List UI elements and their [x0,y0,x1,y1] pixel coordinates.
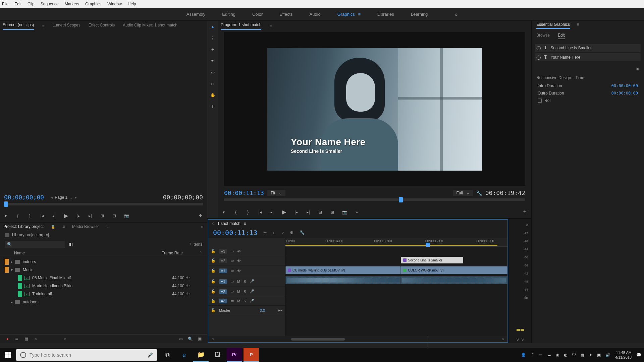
source-page-dropdown-icon[interactable]: ⌄ [69,195,73,200]
tray-chevron-icon[interactable]: ⌃ [531,353,534,357]
ws-effects[interactable]: Effects [279,12,293,17]
eye-icon[interactable]: ◯ [536,46,541,50]
tab-audio-mixer[interactable]: Audio Clip Mixer: 1 shot match [123,23,177,29]
menu-edit[interactable]: Edit [14,2,21,6]
voice-icon[interactable]: 🎤 [250,279,254,284]
intro-duration-value[interactable]: 00:00:00:00 [611,83,638,88]
program-scrubber[interactable] [224,198,525,205]
go-out-icon[interactable]: ▸| [305,209,311,215]
program-add-button-icon[interactable]: + [523,208,527,216]
insert-icon[interactable]: ⊞ [99,213,105,219]
expand-icon[interactable]: ▸ [11,300,15,304]
people-icon[interactable]: 👤 [521,353,526,357]
vertical-type-tool-icon[interactable]: ⋮ [209,35,216,42]
marker-icon[interactable]: ▾ [221,209,227,215]
eg-subtab-edit[interactable]: Edit [558,33,565,39]
menu-clip[interactable]: Clip [28,2,35,6]
play-icon[interactable]: ▶ [63,213,69,219]
lock-icon[interactable]: 🔓 [211,289,216,294]
solo-right[interactable]: S [522,338,524,341]
program-overflow-icon[interactable]: » [354,209,360,215]
icon-view-icon[interactable]: ▦ [23,337,29,341]
voice-icon[interactable]: 🎤 [250,289,254,294]
program-monitor-view[interactable]: Your Name Here Second Line is Smaller [224,32,525,186]
lock-icon[interactable]: 🔓 [211,299,216,303]
wrench-icon[interactable]: 🔧 [300,230,305,235]
clip-audio-a[interactable] [285,276,401,284]
expand-icon[interactable]: ▾ [11,267,15,272]
track-label[interactable]: A2 [219,289,227,294]
project-overflow-icon[interactable]: » [201,224,204,229]
track-master-header[interactable]: 🔓Master0.0▸◂ [208,306,285,315]
project-lock-icon[interactable]: 🔒 [51,225,55,229]
taskbar-search[interactable]: 🎤 [16,349,157,361]
voice-icon[interactable]: 🎤 [250,299,254,303]
lock-icon[interactable]: 🔓 [211,279,216,284]
onedrive-icon[interactable]: ☁ [547,353,551,357]
menu-window[interactable]: Window [107,2,122,6]
track-label[interactable]: V1 [219,268,227,273]
eg-subtab-browse[interactable]: Browse [536,33,550,39]
settings-icon[interactable]: ⚙ [290,230,293,235]
battery-icon[interactable]: ▭ [539,353,542,357]
ws-audio[interactable]: Audio [310,12,321,17]
ws-color[interactable]: Color [252,12,263,17]
taskbar-clock[interactable]: 11:45 AM 4/11/2018 [615,350,632,360]
source-panel-menu-icon[interactable]: ≡ [42,24,44,28]
project-writable-icon[interactable]: ● [5,337,10,341]
project-row-audio-1[interactable]: ♪ 05 Music Final Mix.aif 44,100 Hz [0,274,207,282]
sync-lock-icon[interactable]: ▭ [230,289,234,294]
outro-duration-value[interactable]: 00:00:00:00 [611,91,638,96]
clip-graphic[interactable]: Second Line is Smaller [401,257,463,263]
linked-sel-icon[interactable]: ∩ [273,230,276,235]
premiere-icon[interactable]: Pr [227,348,242,362]
timeline-timecode[interactable]: 00:00:11:13 [213,229,257,237]
timeline-close-icon[interactable]: × [212,221,214,226]
program-panel-menu-icon[interactable]: ≡ [269,24,272,28]
chrome-tray-icon[interactable]: ◉ [556,353,559,357]
export-frame-icon[interactable]: 📷 [341,209,347,215]
play-icon[interactable]: ▶ [281,209,287,215]
tab-essential-graphics[interactable]: Essential Graphics [536,22,570,29]
program-timecode-left[interactable]: 00:00:11:13 [224,189,264,196]
lock-icon[interactable]: 🔓 [211,258,216,263]
menu-sequence[interactable]: Sequence [41,2,59,6]
source-page-next-icon[interactable]: ▸ [75,195,77,200]
ws-graphics[interactable]: Graphics [337,12,355,17]
title-overlay[interactable]: Your Name Here Second Line is Smaller [291,137,366,154]
timeline-hscroll[interactable]: ○ ○ [208,336,507,342]
source-timecode-left[interactable]: 00;00;00;00 [4,194,44,201]
project-filter-icon[interactable]: ◧ [69,242,73,247]
new-item-icon[interactable]: ▣ [197,337,202,341]
track-a1-header[interactable]: 🔓A1▭MS🎤 [208,276,285,287]
type-tool-icon[interactable]: T [209,103,216,110]
source-scrubber[interactable] [4,203,203,209]
volume-icon[interactable]: 🔊 [605,353,610,357]
resolution-select[interactable]: Full⌄ [453,190,473,196]
source-page-prev-icon[interactable]: ◂ [51,195,53,200]
hand-tool-icon[interactable]: ✋ [209,92,216,99]
project-panel-menu-icon[interactable]: ≡ [62,224,65,229]
solo-left[interactable]: S [517,338,519,341]
project-row-audio-3[interactable]: ♪ Training.aif 44,100 Hz [0,290,207,298]
eye-icon[interactable]: ◯ [536,55,541,60]
shield-icon[interactable]: 🛡 [572,353,576,357]
clip-v1b[interactable]: COLOR WORK.mov [V] [401,266,507,274]
program-playhead[interactable] [399,197,403,202]
lock-icon[interactable]: 🔓 [211,249,216,253]
dropbox-icon[interactable]: ✦ [589,353,592,357]
freeform-view-icon[interactable]: ○ [33,337,38,341]
sync-lock-icon[interactable]: ▭ [230,258,234,263]
ellipse-tool-icon[interactable]: ⬭ [209,80,216,87]
timeline-tab[interactable]: 1 shot match [217,221,240,226]
find-icon[interactable]: 🔍 [187,337,193,341]
clip-v1a[interactable]: CU model walking outside.MOV [V] [285,266,401,274]
tray-app2-icon[interactable]: ▦ [581,353,584,357]
pen-tool-icon[interactable]: ✒ [209,58,216,64]
tab-source[interactable]: Source: (no clips) [3,22,34,30]
ws-learning[interactable]: Learning [411,12,428,17]
expand-icon[interactable]: ▸◂ [278,308,282,312]
settings-wrench-icon[interactable]: 🔧 [476,190,482,196]
taskbar-search-input[interactable] [30,352,144,358]
tab-media-browser[interactable]: Media Browser [72,224,99,229]
